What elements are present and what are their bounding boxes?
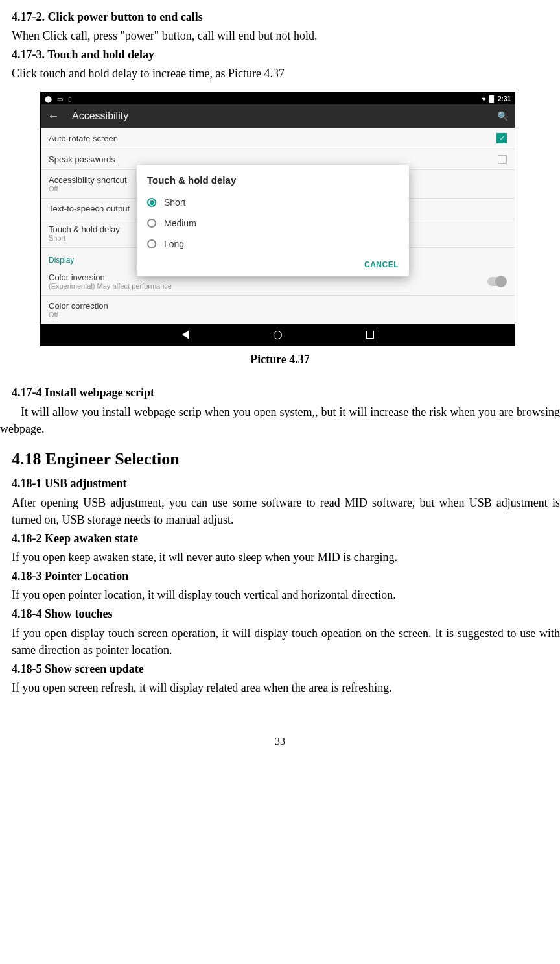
row-label: Accessibility shortcut [49, 175, 127, 185]
heading-4-18-1: 4.18-1 USB adjustment [12, 477, 560, 490]
heading-4-18-2: 4.18-2 Keep awaken state [12, 532, 560, 546]
battery-icon: █ [489, 95, 494, 102]
row-color-correction[interactable]: Color correction Off [41, 296, 515, 324]
row-tts[interactable]: Text-to-speech output [41, 199, 515, 219]
status-bar: ⬤ ▭ ▯ ▾ █ 2:31 [41, 93, 515, 104]
body-4-17-3: Click touch and hold delay to increae ti… [12, 66, 560, 82]
row-sublabel: Off [49, 311, 108, 319]
row-sublabel: Off [49, 185, 127, 193]
row-label: Color inversion [49, 272, 172, 282]
body-4-18-2: If you open keep awaken state, it wll ne… [12, 549, 560, 566]
row-touch-hold-delay[interactable]: Touch & hold delay Short [41, 219, 515, 248]
row-label: Touch & hold delay [49, 224, 120, 234]
body-4-17-4: It will allow you install webpage scrip … [0, 404, 560, 437]
heading-4-17-3: 4.17-3. Touch and hold delay [12, 48, 560, 62]
heading-4-18-3: 4.18-3 Pointer Location [12, 570, 560, 583]
row-label: Text-to-speech output [49, 204, 130, 213]
nav-home-icon[interactable] [274, 331, 282, 339]
row-sublabel: Short [49, 234, 120, 242]
row-display-section: Display [41, 248, 515, 267]
row-label: Speak passwords [49, 154, 115, 164]
heading-4-18-5: 4.18-5 Show screen update [12, 662, 560, 676]
body-4-17-2: When Click call, press "power" button, c… [12, 28, 560, 44]
clock: 2:31 [498, 95, 511, 102]
switch-off-icon[interactable] [487, 277, 507, 286]
heading-4-18: 4.18 Engineer Selection [12, 450, 560, 469]
body-4-18-1: After opening USB adjustment, you can us… [12, 494, 560, 528]
search-icon[interactable]: 🔍 [497, 111, 508, 121]
wifi-icon: ▾ [482, 95, 485, 102]
status-icon: ▭ [57, 95, 63, 102]
screenshot-figure: ⬤ ▭ ▯ ▾ █ 2:31 ← Accessibility 🔍 Auto-ro… [40, 92, 515, 346]
row-sublabel: (Experimental) May affect performance [49, 282, 172, 290]
row-label: Color correction [49, 301, 108, 311]
body-4-18-4: If you open display touch screen operati… [12, 625, 560, 658]
nav-back-icon[interactable] [182, 330, 189, 339]
page-number: 33 [0, 736, 560, 747]
status-icon: ⬤ [45, 95, 52, 102]
body-4-18-3: If you open pointer location, it will di… [12, 587, 560, 603]
section-label: Display [49, 256, 74, 265]
settings-list: Auto-rotate screen ✓ Speak passwords Acc… [41, 128, 515, 324]
body-4-18-5: If you open screen refresh, it will disp… [12, 680, 560, 696]
row-accessibility-shortcut[interactable]: Accessibility shortcut Off [41, 170, 515, 199]
checkbox-checked-icon[interactable]: ✓ [496, 133, 507, 143]
heading-4-17-2: 4.17-2. Click power button to end calls [12, 10, 560, 24]
row-speak-passwords[interactable]: Speak passwords [41, 149, 515, 170]
nav-recent-icon[interactable] [366, 331, 374, 339]
heading-4-18-4: 4.18-4 Show touches [12, 607, 560, 621]
back-icon[interactable]: ← [47, 110, 59, 123]
heading-4-17-4: 4.17-4 Install webpage script [12, 386, 560, 400]
appbar-title: Accessibility [72, 110, 497, 122]
figure-caption: Picture 4.37 [0, 353, 560, 367]
nav-bar [41, 324, 515, 346]
checkbox-empty-icon[interactable] [498, 155, 507, 164]
status-icon: ▯ [68, 95, 72, 102]
row-auto-rotate[interactable]: Auto-rotate screen ✓ [41, 128, 515, 149]
row-label: Auto-rotate screen [49, 134, 118, 143]
row-color-inversion[interactable]: Color inversion (Experimental) May affec… [41, 267, 515, 296]
app-bar: ← Accessibility 🔍 [41, 104, 515, 128]
